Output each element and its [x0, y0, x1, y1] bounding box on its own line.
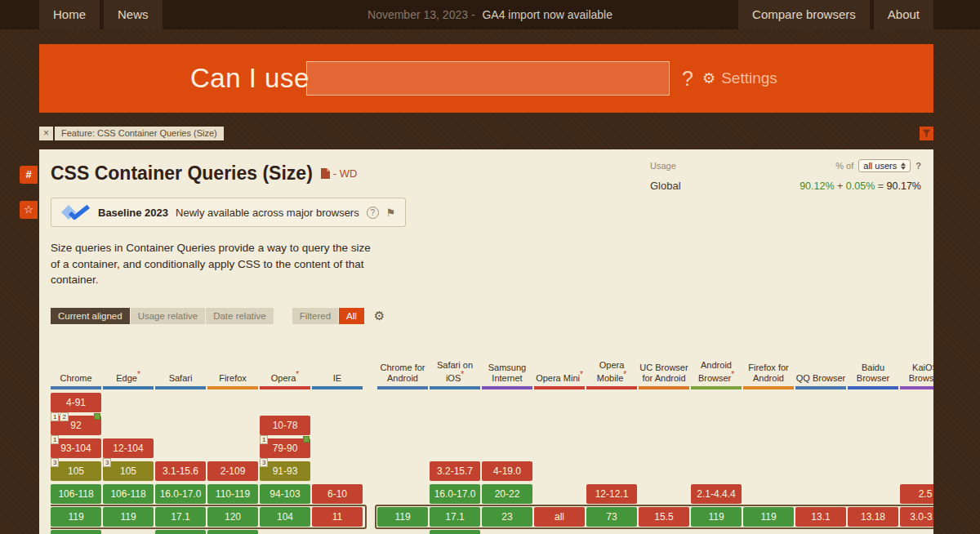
users-select[interactable]: all users	[858, 159, 911, 172]
search-input-primary[interactable]	[307, 62, 513, 95]
support-cell[interactable]: 121-123	[207, 530, 258, 534]
feedback-flag-icon[interactable]: ⚑	[386, 207, 396, 219]
spec-status-link[interactable]: - WD	[321, 167, 358, 180]
support-cell[interactable]: 15.5	[639, 507, 689, 527]
usage-relative-button[interactable]: Usage relative	[131, 308, 206, 324]
baseline-icon	[61, 205, 91, 220]
support-cell[interactable]: 16.0-17.0	[430, 484, 480, 504]
cell-slot: 3.2-15.7	[430, 458, 480, 481]
version-range: 13.18	[861, 511, 885, 523]
cell-slot: 12-104	[103, 435, 154, 458]
version-range: 16.0-17.0	[160, 488, 202, 500]
announcement-link[interactable]: GA4 import now available	[482, 8, 612, 21]
support-cell[interactable]: 23	[482, 507, 532, 527]
settings-button[interactable]: ⚙ Settings	[702, 69, 777, 87]
support-cell[interactable]: 3.1-15.6	[155, 461, 206, 481]
cell-slot: 119	[691, 504, 742, 527]
version-range: 92	[70, 420, 81, 431]
browser-name: Chrome	[51, 373, 101, 384]
support-cell[interactable]: all	[534, 507, 585, 527]
support-cell[interactable]: 119	[103, 507, 154, 527]
cell-slot	[691, 389, 742, 412]
support-cell[interactable]: 1053	[103, 461, 154, 481]
table-settings-gear-icon[interactable]: ⚙	[374, 309, 385, 323]
support-cell[interactable]: 79-901	[260, 438, 310, 458]
funnel-icon	[922, 129, 931, 138]
support-cell[interactable]: 3.0-3.1	[900, 507, 933, 527]
cell-slot: 10-78	[260, 412, 310, 435]
support-cell[interactable]: 11	[312, 507, 363, 527]
cell-slot	[155, 389, 206, 412]
support-cell[interactable]: 13.1	[795, 507, 846, 527]
browser-name: UC Browser for Android	[639, 363, 689, 384]
favorite-star-button[interactable]: ☆	[20, 201, 38, 219]
baseline-badge: Baseline 2023 Newly available across maj…	[51, 198, 406, 227]
support-cell[interactable]: 106-118	[51, 484, 101, 504]
cell-slot: 121-123	[207, 527, 258, 534]
support-cell[interactable]: 1053	[51, 461, 101, 481]
support-cell[interactable]: 3.2-15.7	[430, 461, 480, 481]
support-cell[interactable]: 91-933	[260, 461, 310, 481]
search-help-link[interactable]: ?	[682, 67, 693, 91]
note-markers: 3	[51, 458, 59, 467]
close-icon[interactable]: ×	[39, 127, 53, 140]
announcement: November 13, 2023 - GA4 import now avail…	[368, 0, 612, 29]
support-cell[interactable]: 17.2-TP	[155, 530, 206, 534]
cell-slot: 104	[260, 504, 310, 527]
support-cell[interactable]: 73	[586, 507, 637, 527]
nav-news-button[interactable]: News	[104, 0, 163, 29]
support-cell[interactable]: 120-122	[51, 530, 101, 534]
cell-slot	[795, 412, 846, 435]
note-markers: 3	[260, 458, 268, 467]
browser-header: KaiOS Browser	[900, 344, 933, 389]
support-cell[interactable]: 2.5	[900, 484, 933, 504]
support-cell[interactable]: 4-19.0	[482, 461, 532, 481]
filter-button[interactable]	[920, 127, 933, 140]
support-cell[interactable]: 120	[207, 507, 258, 527]
anchor-link-button[interactable]: #	[20, 166, 38, 184]
cell-slot	[586, 458, 637, 481]
cell-slot: 119	[103, 504, 154, 527]
support-cell[interactable]: 13.18	[848, 507, 898, 527]
cell-slot	[312, 527, 363, 534]
current-aligned-button[interactable]: Current aligned	[51, 308, 130, 324]
cell-slot	[691, 458, 742, 481]
support-cell[interactable]: 110-119	[207, 484, 258, 504]
all-button[interactable]: All	[339, 308, 364, 324]
usage-help-link[interactable]: ?	[915, 161, 921, 171]
version-range: 4-91	[66, 397, 86, 408]
support-cell[interactable]: 119	[377, 507, 428, 527]
version-range: 73	[606, 511, 617, 523]
nav-about-button[interactable]: About	[874, 0, 933, 29]
support-cell[interactable]: 12-104	[103, 438, 154, 458]
version-range: 3.2-15.7	[437, 465, 473, 477]
support-cell[interactable]: 6-10	[312, 484, 363, 504]
support-cell[interactable]: 9212	[51, 416, 101, 435]
date-relative-button[interactable]: Date relative	[206, 308, 274, 324]
support-cell[interactable]: 10-78	[260, 416, 310, 435]
filtered-button[interactable]: Filtered	[292, 308, 338, 324]
support-cell[interactable]: 2-109	[207, 461, 258, 481]
support-cell[interactable]: 119	[691, 507, 742, 527]
support-cell[interactable]: 20-22	[482, 484, 532, 504]
support-cell[interactable]: 2.1-4.4.4	[691, 484, 742, 504]
support-cell[interactable]: 17.1	[430, 507, 480, 527]
support-cell[interactable]: 12-12.1	[586, 484, 637, 504]
support-cell[interactable]: 119	[51, 507, 101, 527]
support-cell[interactable]: 94-103	[260, 484, 310, 504]
support-cell[interactable]: 4-91	[51, 393, 101, 412]
support-cell[interactable]: 17.2	[430, 530, 480, 534]
support-cell[interactable]: 17.1	[155, 507, 206, 527]
nav-home-button[interactable]: Home	[39, 0, 100, 29]
support-cell[interactable]: 16.0-17.0	[155, 484, 206, 504]
support-cell[interactable]: 93-1041	[51, 438, 101, 458]
nav-compare-browsers-button[interactable]: Compare browsers	[738, 0, 870, 29]
baseline-help-icon[interactable]: ?	[367, 207, 379, 219]
page-title: CSS Container Queries (Size)	[51, 162, 313, 185]
usage-region: Global	[650, 180, 681, 192]
support-cell[interactable]: 104	[260, 507, 310, 527]
support-cell[interactable]: 106-118	[103, 484, 154, 504]
support-cell[interactable]: 119	[743, 507, 794, 527]
cell-slot: 4-19.0	[482, 458, 532, 481]
cell-slot	[430, 412, 480, 435]
